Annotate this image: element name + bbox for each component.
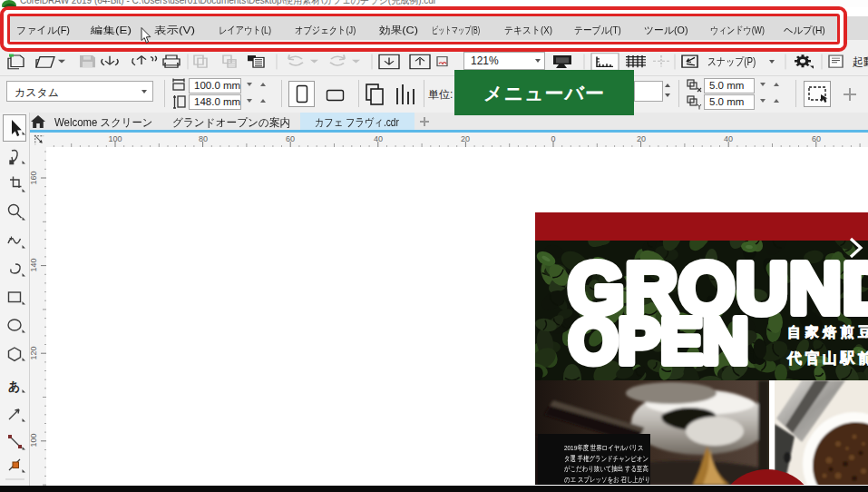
svg-text:100: 100 bbox=[30, 433, 38, 447]
svg-text:40: 40 bbox=[724, 133, 733, 143]
svg-text:160: 160 bbox=[30, 171, 38, 184]
svg-text:40: 40 bbox=[374, 133, 383, 143]
svg-text:20: 20 bbox=[461, 133, 470, 143]
svg-text:60: 60 bbox=[812, 133, 821, 143]
svg-text:60: 60 bbox=[286, 133, 295, 143]
svg-text:あ: あ bbox=[8, 379, 20, 393]
svg-text:20: 20 bbox=[637, 133, 646, 143]
svg-text:120: 120 bbox=[30, 346, 38, 359]
svg-text:80: 80 bbox=[199, 133, 208, 143]
svg-text:140: 140 bbox=[30, 258, 38, 271]
svg-text:100: 100 bbox=[108, 133, 122, 143]
svg-text:0: 0 bbox=[551, 133, 555, 143]
svg-text:OPEN: OPEN bbox=[569, 306, 748, 377]
